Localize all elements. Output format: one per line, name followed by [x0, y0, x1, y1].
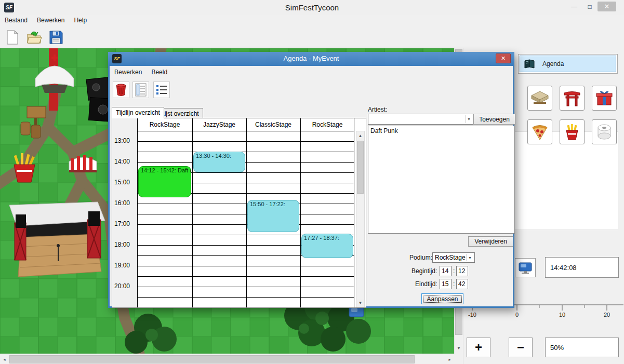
start-minute-field[interactable]: 12	[456, 266, 468, 276]
pizza-icon	[531, 123, 549, 141]
agenda-listbox: Agenda	[518, 54, 618, 74]
stage-columns: RockStage JazzyStage ClassicStage RockSt…	[137, 118, 354, 307]
event-block-daft-punk[interactable]: 14:12 - 15:42: Daft P	[138, 166, 191, 197]
zoom-out-button[interactable]: −	[509, 338, 533, 357]
torii-gate-icon	[563, 89, 581, 107]
tile-pallet[interactable]	[527, 86, 552, 111]
add-artist-button[interactable]: Toevoegen	[473, 114, 515, 125]
event-block[interactable]: 13:30 - 14:30:	[193, 152, 245, 172]
podium-combobox[interactable]: RockStage ▾	[432, 252, 475, 263]
end-time-label: Eindtijd:	[415, 280, 437, 288]
start-hour-field[interactable]: 14	[440, 266, 452, 276]
tile-fries[interactable]	[560, 119, 585, 144]
list-view-button[interactable]	[153, 82, 170, 98]
podium-label: Podium:	[409, 254, 432, 261]
grid-scroll-down-button[interactable]: ▼	[356, 299, 364, 307]
app-title: SimFestTycoon	[0, 3, 624, 12]
end-minute-field[interactable]: 42	[456, 279, 468, 289]
clock-display: 14:42:08	[545, 257, 619, 278]
open-file-icon	[26, 30, 42, 45]
timeline-view-button[interactable]	[132, 82, 149, 98]
hour-label: 18:00	[114, 241, 135, 248]
main-stage[interactable]	[9, 202, 105, 277]
tile-torii-gate[interactable]	[560, 86, 585, 111]
dropdown-arrow-icon: ▾	[465, 115, 472, 123]
event-block[interactable]: 15:50 - 17:22:	[247, 200, 299, 232]
podium-combobox-value: RockStage	[435, 254, 466, 261]
dialog-menu-bar: Bewerken Beeld	[110, 66, 513, 78]
scale-label-3: 20	[604, 312, 610, 318]
tile-pizza[interactable]	[527, 119, 552, 144]
clock-screen-tile[interactable]	[515, 258, 536, 277]
close-button[interactable]: ✕	[598, 2, 616, 11]
timeline-rows[interactable]: 14:12 - 15:42: Daft P 13:30 - 14:30: 15:…	[137, 131, 354, 307]
list-view-icon	[155, 84, 168, 96]
tile-gift[interactable]	[592, 86, 617, 111]
agenda-dialog: SF Agenda - MyEvent ✕ Bewerken Beeld	[108, 52, 514, 308]
stage-header: ClassicStage	[246, 118, 300, 131]
artist-label: Artiest:	[368, 106, 387, 113]
stage-header: RockStage	[300, 118, 354, 131]
dialog-title: Agenda - MyEvent	[108, 55, 514, 62]
trash-icon	[116, 84, 126, 96]
grid-scroll-up-button[interactable]: ▲	[356, 131, 364, 140]
delete-event-button[interactable]	[113, 82, 129, 98]
menu-bestand[interactable]: Bestand	[0, 15, 32, 25]
map-hscroll-thumb[interactable]	[9, 355, 415, 363]
map-scroll-right-button[interactable]: ▸	[445, 355, 454, 364]
tile-toilet-paper[interactable]	[592, 119, 617, 144]
dialog-menu-beeld[interactable]: Beeld	[147, 67, 172, 77]
stage-header: JazzyStage	[192, 118, 246, 131]
dialog-title-bar[interactable]: SF Agenda - MyEvent ✕	[108, 52, 514, 66]
end-hour-field[interactable]: 15	[440, 279, 452, 289]
zoom-level-field[interactable]: 50%	[545, 338, 619, 357]
screen-icon	[518, 262, 533, 274]
title-bar: SF SimFestTycoon — □ ✕	[0, 0, 624, 15]
new-file-icon	[6, 30, 19, 45]
new-file-button[interactable]	[3, 28, 22, 47]
start-time-label: Begintijd:	[411, 267, 437, 275]
menu-help[interactable]: Help	[69, 15, 91, 25]
minimize-button[interactable]: —	[567, 2, 581, 12]
hour-label: 16:00	[114, 199, 135, 207]
event-block[interactable]: 17:27 - 18:37:	[301, 234, 353, 258]
scale-label-1: 0	[515, 312, 519, 318]
map-scroll-down-button[interactable]: ▼	[455, 343, 463, 353]
stage-header: RockStage	[137, 118, 192, 131]
artist-list-item[interactable]: Daft Punk	[368, 126, 514, 136]
timeline-grid: 13:00 14:00 15:00 16:00 17:00 18:00 19:0…	[112, 118, 366, 308]
save-icon	[49, 31, 63, 44]
dialog-menu-bewerken[interactable]: Bewerken	[110, 67, 147, 77]
menu-bar: Bestand Bewerken Help	[0, 15, 624, 26]
sidebar-item-agenda[interactable]: Agenda	[520, 56, 616, 72]
remove-artist-button[interactable]: Verwijderen	[468, 236, 513, 247]
open-file-button[interactable]	[25, 28, 44, 47]
maximize-button[interactable]: □	[583, 2, 596, 12]
scale-label-2: 10	[559, 312, 565, 318]
save-button[interactable]	[47, 28, 65, 47]
sidebar-item-agenda-label: Agenda	[542, 60, 564, 68]
fries-icon	[563, 123, 581, 141]
grid-scroll-thumb[interactable]	[357, 141, 364, 194]
dropdown-arrow-icon: ▾	[466, 254, 473, 261]
time-separator: :	[453, 280, 455, 288]
map-horizontal-scrollbar[interactable]: ◂ ▸	[0, 354, 454, 364]
app-window: SF SimFestTycoon — □ ✕ Bestand Bewerken …	[0, 0, 624, 364]
menu-bewerken[interactable]: Bewerken	[32, 15, 69, 25]
tab-timeline-overview[interactable]: Tijdlijn overzicht	[112, 107, 164, 118]
hour-label: 15:00	[114, 179, 135, 186]
screen-prop[interactable]	[349, 306, 364, 317]
grid-scrollbar[interactable]: ▲ ▼	[356, 131, 365, 307]
map-scroll-left-button[interactable]: ◂	[0, 355, 9, 364]
toilet-paper-icon	[595, 123, 613, 141]
apply-button[interactable]: Aanpassen	[421, 293, 463, 304]
time-separator: :	[453, 267, 455, 275]
artist-listbox[interactable]: Daft Punk	[368, 126, 515, 234]
dialog-close-button[interactable]: ✕	[496, 53, 511, 63]
scale-label-0: -10	[468, 312, 476, 318]
hour-label: 17:00	[114, 220, 135, 227]
hour-label: 19:00	[114, 262, 135, 269]
zoom-in-button[interactable]: +	[467, 338, 490, 357]
artist-combobox[interactable]: ▾	[368, 114, 474, 125]
timeline-view-icon	[135, 83, 147, 97]
